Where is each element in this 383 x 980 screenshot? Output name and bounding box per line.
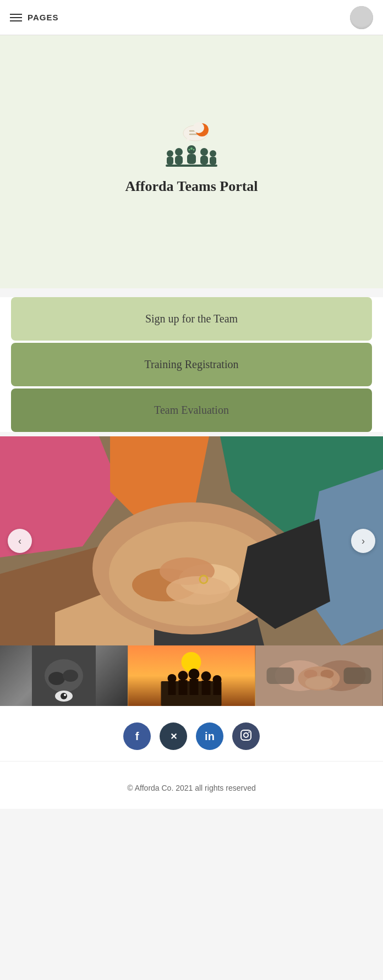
footer: © Afforda Co. 2021 all rights reserved (0, 761, 383, 809)
header-left: PAGES (10, 13, 58, 22)
svg-point-34 (64, 694, 66, 696)
svg-point-40 (178, 671, 188, 681)
svg-point-16 (190, 147, 193, 150)
svg-rect-56 (344, 667, 371, 684)
nav-buttons-section: Sign up for the Team Training Registrati… (0, 297, 383, 432)
svg-point-17 (189, 149, 190, 151)
twitter-icon[interactable]: ✕ (160, 722, 187, 750)
app-header: PAGES (0, 0, 383, 35)
thumbnail-2[interactable] (128, 645, 255, 706)
svg-rect-9 (175, 156, 183, 165)
instagram-label (240, 729, 252, 744)
signup-button[interactable]: Sign up for the Team (11, 297, 372, 341)
svg-rect-7 (187, 154, 196, 164)
linkedin-label: in (205, 730, 215, 743)
svg-rect-43 (190, 679, 199, 695)
hero-title: Afforda Teams Portal (125, 178, 258, 195)
linkedin-icon[interactable]: in (196, 722, 223, 750)
svg-point-59 (248, 731, 249, 732)
svg-rect-47 (214, 683, 221, 695)
avatar[interactable] (350, 6, 373, 29)
svg-point-10 (200, 148, 208, 156)
instagram-icon[interactable] (232, 722, 260, 750)
svg-point-14 (210, 150, 216, 157)
avatar-image (350, 6, 373, 29)
svg-rect-15 (210, 157, 216, 165)
svg-point-30 (48, 672, 65, 685)
twitter-label: ✕ (170, 731, 177, 742)
svg-rect-41 (179, 680, 188, 695)
portal-logo (161, 118, 222, 178)
svg-rect-13 (167, 157, 173, 165)
svg-point-26 (166, 576, 230, 605)
svg-point-33 (61, 693, 67, 699)
copyright-text: © Afforda Co. 2021 all rights reserved (11, 784, 372, 792)
facebook-icon[interactable]: f (123, 722, 151, 750)
thumbnail-1[interactable] (0, 645, 128, 706)
carousel-next-button[interactable]: › (351, 529, 375, 553)
svg-point-31 (63, 670, 78, 682)
hamburger-menu-icon[interactable] (10, 14, 22, 21)
pages-label: PAGES (28, 13, 58, 22)
training-button[interactable]: Training Registration (11, 343, 372, 386)
carousel-main: ‹ › (0, 436, 383, 645)
svg-point-42 (189, 669, 200, 680)
svg-point-54 (305, 676, 333, 689)
carousel-prev-button[interactable]: ‹ (8, 529, 32, 553)
social-section: f ✕ in (0, 706, 383, 761)
carousel-section: ‹ › (0, 436, 383, 706)
svg-point-12 (167, 150, 173, 157)
carousel-image (0, 436, 383, 645)
thumbnail-3[interactable] (255, 645, 383, 706)
svg-rect-19 (166, 165, 217, 167)
svg-point-46 (213, 675, 222, 684)
svg-point-18 (193, 149, 195, 151)
svg-point-8 (175, 148, 183, 156)
svg-point-36 (182, 652, 201, 672)
svg-point-44 (201, 671, 211, 681)
svg-rect-39 (168, 681, 176, 695)
hero-section: Afforda Teams Portal (0, 35, 383, 288)
evaluation-button[interactable]: Team Evaluation (11, 388, 372, 432)
svg-rect-45 (202, 681, 211, 695)
facebook-label: f (135, 730, 139, 743)
svg-rect-11 (200, 156, 208, 165)
thumbnail-strip (0, 645, 383, 706)
svg-point-58 (244, 733, 248, 737)
svg-point-5 (193, 122, 204, 133)
svg-rect-55 (267, 667, 294, 684)
